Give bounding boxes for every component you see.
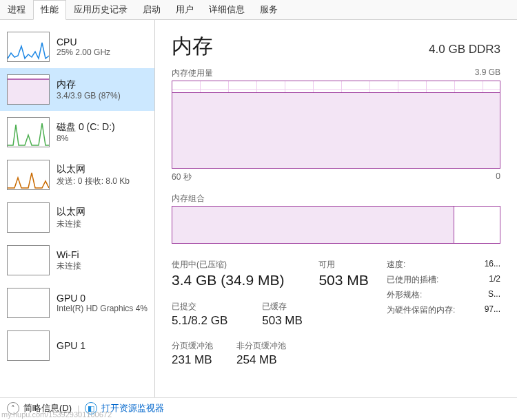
usage-chart-max: 3.9 GB (475, 67, 500, 79)
committed-value: 5.1/8.2 GB (172, 314, 227, 328)
tab-bar: 进程 性能 应用历史记录 启动 用户 详细信息 服务 (0, 0, 517, 20)
content-panel: 内存 4.0 GB DDR3 内存使用量 3.9 GB 60 秒 0 内存组合 … (155, 20, 517, 397)
sidebar-item-cpu[interactable]: CPU 25% 2.00 GHz (0, 25, 154, 68)
x-axis-left: 60 秒 (172, 171, 192, 183)
svg-rect-0 (8, 79, 49, 104)
slots-label: 已使用的插槽: (387, 274, 438, 286)
sidebar-item-sub: 8% (57, 134, 115, 143)
memory-composition-chart[interactable] (172, 206, 500, 244)
tab-performance[interactable]: 性能 (33, 0, 66, 20)
sidebar-item-ethernet-1[interactable]: 以太网 发送: 0 接收: 8.0 Kb (0, 154, 154, 196)
available-value: 503 MB (318, 272, 368, 288)
form-label: 外形规格: (387, 289, 422, 301)
sidebar-item-ethernet-2[interactable]: 以太网 未连接 (0, 196, 154, 239)
available-label: 可用 (318, 259, 368, 271)
tab-users[interactable]: 用户 (168, 0, 201, 19)
sidebar-item-wifi[interactable]: Wi-Fi 未连接 (0, 239, 154, 282)
sidebar-item-sub: 未连接 (57, 218, 85, 230)
watermark: my.hupu.com/153929301100672 (1, 410, 112, 419)
sidebar-item-title: CPU (57, 36, 110, 48)
sidebar: CPU 25% 2.00 GHz 内存 3.4/3.9 GB (87%) 磁盘 … (0, 20, 155, 397)
hwreserved-label: 为硬件保留的内存: (387, 304, 455, 316)
nonpaged-value: 254 MB (236, 353, 286, 367)
tab-services[interactable]: 服务 (252, 0, 285, 19)
sidebar-item-gpu-1[interactable]: GPU 1 (0, 324, 154, 367)
disk-chart-icon (7, 117, 50, 147)
sidebar-item-title: GPU 1 (57, 340, 85, 351)
sidebar-item-gpu-0[interactable]: GPU 0 Intel(R) HD Graphics 4% (0, 282, 154, 324)
sidebar-item-sub: 发送: 0 接收: 8.0 Kb (57, 176, 130, 187)
cpu-chart-icon (7, 32, 50, 62)
memory-chart-icon (7, 74, 50, 105)
sidebar-item-title: 内存 (57, 78, 121, 91)
tab-startup[interactable]: 启动 (135, 0, 168, 19)
sidebar-item-sub: 3.4/3.9 GB (87%) (57, 91, 121, 101)
hwreserved-value: 97... (485, 304, 500, 316)
sidebar-item-memory[interactable]: 内存 3.4/3.9 GB (87%) (0, 68, 154, 111)
page-title: 内存 (172, 32, 213, 61)
gpu-chart-icon (7, 288, 50, 318)
cached-value: 503 MB (262, 314, 303, 328)
sidebar-item-disk[interactable]: 磁盘 0 (C: D:) 8% (0, 111, 154, 154)
memory-spec: 4.0 GB DDR3 (429, 43, 500, 56)
nonpaged-label: 非分页缓冲池 (236, 340, 286, 352)
inuse-value: 3.4 GB (34.9 MB) (172, 272, 284, 288)
sidebar-item-title: GPU 0 (57, 293, 148, 304)
gpu-chart-icon (7, 330, 50, 361)
ethernet-chart-icon (7, 202, 50, 233)
sidebar-item-sub: 25% 2.00 GHz (57, 48, 110, 57)
ethernet-chart-icon (7, 160, 50, 190)
sidebar-item-sub: Intel(R) HD Graphics 4% (57, 304, 148, 313)
sidebar-item-title: 以太网 (57, 163, 130, 176)
sidebar-item-title: 磁盘 0 (C: D:) (57, 121, 115, 134)
inuse-label: 使用中(已压缩) (172, 259, 284, 271)
tab-processes[interactable]: 进程 (0, 0, 33, 19)
sidebar-item-title: 以太网 (57, 206, 85, 218)
cached-label: 已缓存 (262, 301, 303, 313)
form-value: S... (488, 289, 500, 301)
speed-label: 速度: (387, 259, 405, 271)
sidebar-item-sub: 未连接 (57, 260, 81, 272)
speed-value: 16... (485, 259, 500, 271)
committed-label: 已提交 (172, 301, 227, 313)
paged-label: 分页缓冲池 (172, 340, 213, 352)
tab-app-history[interactable]: 应用历史记录 (66, 0, 135, 19)
sidebar-item-title: Wi-Fi (57, 249, 81, 260)
tab-details[interactable]: 详细信息 (201, 0, 252, 19)
slots-value: 1/2 (489, 274, 500, 286)
memory-usage-chart[interactable] (172, 81, 500, 169)
usage-chart-label: 内存使用量 (172, 67, 213, 79)
x-axis-right: 0 (496, 171, 500, 183)
paged-value: 231 MB (172, 353, 213, 367)
wifi-chart-icon (7, 245, 50, 275)
composition-chart-label: 内存组合 (172, 193, 205, 204)
